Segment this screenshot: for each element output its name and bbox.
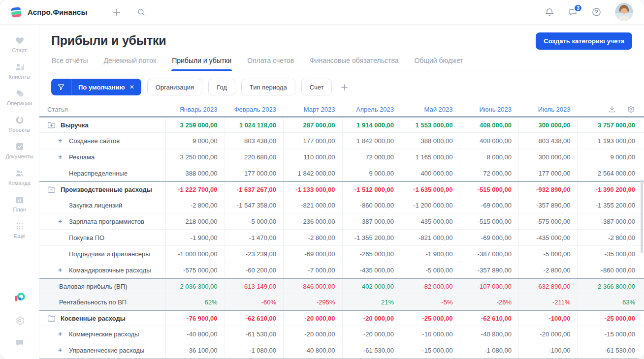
sidebar-item-label: Документы [5, 153, 33, 159]
expand-plus-icon[interactable]: + [58, 153, 69, 161]
value-cell: -1 635 000,00 [401, 182, 460, 197]
value-cell: -2 800,00 [165, 197, 225, 213]
column-header-article: Статья [39, 102, 165, 116]
value-cell: -1 133 000,00 [283, 182, 342, 197]
sidebar-item-8[interactable]: Ещё [2, 216, 37, 243]
filter-chip-2[interactable]: Год [208, 79, 235, 95]
support-chat-icon[interactable] [14, 338, 25, 348]
value-cell: -1 900,00 [165, 230, 225, 245]
messages-icon[interactable]: 3 [568, 7, 578, 17]
folder-plus-icon[interactable] [47, 121, 56, 129]
table-row[interactable]: +Коммерческие расходы-40 800,00-61 530,0… [39, 326, 644, 342]
sidebar-item-label: Проекты [8, 127, 30, 133]
value-cell: -10 000,00 [401, 326, 460, 342]
value-cell: -100,00 [518, 311, 578, 326]
column-header-month-3[interactable]: Март 2023 [283, 102, 342, 116]
folder-minus-icon[interactable] [47, 186, 56, 193]
table-row[interactable]: +Управленческие расходы-36 100,00-1 080,… [39, 342, 644, 359]
tab-4[interactable]: Оплата счетов [247, 56, 294, 71]
sidebar-item-7[interactable]: План [2, 190, 37, 216]
article-label: Закупка лицензий [69, 202, 122, 209]
table-row[interactable]: Покупка ПО-1 900,00-1 470,00-2 800,00-1 … [39, 230, 644, 246]
value-cell: -25 000,00 [401, 311, 460, 326]
tab-2[interactable]: Денежный поток [103, 56, 157, 71]
table-row[interactable]: Подрядчики и фрилансеры-1 000 000,00-23 … [39, 246, 644, 262]
table-row[interactable]: +Создание сайтов9 000,00803 438,00177 00… [39, 133, 644, 149]
column-header-month-5[interactable]: Май 2023 [401, 102, 460, 116]
column-header-month-6[interactable]: Июнь 2023 [460, 102, 519, 116]
table-row[interactable]: Выручка3 259 000,001 024 118,00287 000,0… [39, 117, 644, 133]
value-cell: -632 890,00 [518, 279, 578, 294]
value-cell: -20 000,00 [283, 311, 342, 326]
value-cell: -69 000,00 [460, 230, 519, 245]
column-header-month-4[interactable]: Апрель 2023 [342, 102, 401, 116]
value-cell: -60% [225, 294, 284, 310]
funnel-icon[interactable] [51, 79, 71, 95]
table-row[interactable]: Нераспределенные388 000,00177 000,001 84… [39, 165, 644, 181]
value-cell: -1 547 358,00 [225, 197, 284, 213]
sidebar-item-1[interactable]: Старт [2, 30, 37, 57]
value-cell: -2 800,00 [578, 230, 644, 245]
sidebar-item-label: Команда [8, 180, 31, 186]
settings-icon[interactable] [14, 315, 25, 326]
value-cell: -69 000,00 [283, 246, 342, 262]
download-icon[interactable] [608, 105, 616, 114]
expand-plus-icon[interactable]: + [58, 266, 69, 274]
tab-5[interactable]: Финансовые обязательства [309, 56, 399, 71]
table-toolbar [578, 102, 644, 116]
page-title: Прибыли и убытки [51, 32, 166, 48]
pnl-table: СтатьяЯнварь 2023Февраль 2023Март 2023Ап… [39, 102, 644, 359]
value-cell: -932 890,00 [518, 182, 578, 197]
tab-1[interactable]: Все отчёты [51, 56, 88, 71]
value-cell: -1 355 200,00 [342, 230, 401, 245]
article-label: Рентабельность по ВП [59, 299, 127, 306]
table-row[interactable]: Закупка лицензий-2 800,00-1 547 358,00-8… [39, 197, 644, 213]
table-row[interactable]: Косвенные расходы-76 900,00-62 610,00-20… [39, 310, 644, 326]
sidebar-item-6[interactable]: Команда [2, 163, 37, 190]
table-row[interactable]: +Командировочные расходы-575 000,00-60 2… [39, 262, 644, 278]
active-filter-pill[interactable]: По умолчанию ✕ [51, 79, 141, 95]
filter-chip-1[interactable]: Организация [147, 79, 202, 95]
folder-icon[interactable] [47, 315, 56, 322]
column-header-month-7[interactable]: Июль 2023 [518, 102, 578, 116]
table-row[interactable]: +Реклама3 250 000,00220 680,00110 000,00… [39, 149, 644, 165]
expand-plus-icon[interactable]: + [58, 217, 69, 225]
user-avatar[interactable] [615, 3, 633, 21]
expand-plus-icon[interactable]: + [58, 330, 69, 338]
value-cell: -1 000 000,00 [165, 246, 225, 262]
expand-plus-icon[interactable]: + [58, 346, 69, 354]
top-bar: Аспро.Финансы 3 [0, 0, 644, 25]
add-filter-icon[interactable] [340, 83, 349, 92]
table-row[interactable]: +Зарплата программистов-218 000,00-5 000… [39, 213, 644, 230]
value-cell: -1 390 200,00 [578, 182, 644, 197]
finance-module-logo-icon[interactable] [14, 292, 26, 303]
notifications-bell-icon[interactable] [545, 7, 554, 17]
sidebar-item-2[interactable]: Клиенты [2, 57, 37, 84]
clear-filter-icon[interactable]: ✕ [129, 84, 134, 90]
value-cell: -1 900,00 [401, 246, 460, 262]
tab-6[interactable]: Общий бюджет [414, 56, 463, 71]
expand-plus-icon[interactable]: + [58, 137, 69, 145]
column-header-month-2[interactable]: Февраль 2023 [225, 102, 284, 116]
create-category-button[interactable]: Создать категорию учета [536, 32, 632, 50]
value-cell: -387 000,00 [578, 213, 644, 229]
value-cell: -25 000,00 [578, 311, 644, 326]
sidebar-item-3[interactable]: Операции [2, 84, 37, 110]
value-cell: 3 250 000,00 [165, 149, 225, 165]
value-cell: -357 890,00 [518, 197, 578, 213]
value-cell: -62 610,00 [460, 311, 519, 326]
settings-icon[interactable] [626, 105, 635, 114]
tab-3[interactable]: Прибыли и убытки [171, 56, 232, 71]
sidebar-item-5[interactable]: Документы [2, 137, 37, 163]
filter-chip-4[interactable]: Счет [301, 79, 332, 95]
help-icon[interactable] [591, 7, 602, 17]
global-add-icon[interactable] [112, 7, 122, 17]
value-cell: -435 000,00 [401, 213, 460, 229]
filter-chip-3[interactable]: Тип периода [241, 79, 295, 95]
sidebar-nav: СтартКлиентыОперацииПроектыДокументыКома… [2, 30, 37, 243]
search-icon[interactable] [136, 7, 146, 17]
column-header-month-1[interactable]: Январь 2023 [165, 102, 225, 116]
vertical-scrollbar-thumb[interactable] [641, 180, 643, 253]
table-row[interactable]: Производственные расходы-1 222 700,00-1 … [39, 181, 644, 197]
sidebar-item-4[interactable]: Проекты [2, 110, 37, 137]
